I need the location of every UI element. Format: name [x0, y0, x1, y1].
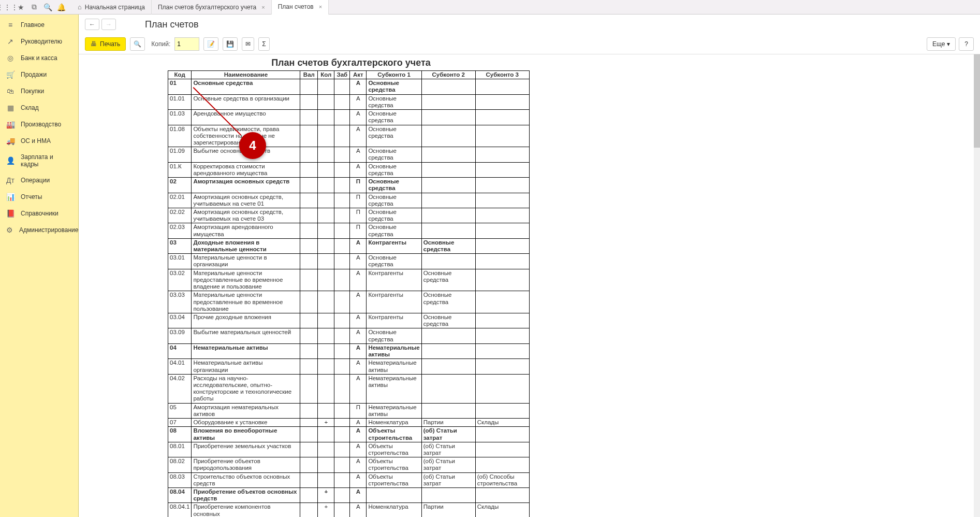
table-cell [318, 403, 334, 418]
table-cell [334, 457, 350, 472]
chevron-down-icon: ▾ [947, 40, 950, 48]
sidebar-icon: 👤 [6, 156, 14, 165]
table-cell: 08.02 [168, 457, 192, 472]
sidebar-item-5[interactable]: ▦Склад [0, 99, 78, 116]
table-cell [475, 403, 529, 418]
frames-icon[interactable]: ⧉ [30, 3, 38, 11]
sum-button[interactable]: Σ [258, 37, 269, 51]
sidebar-item-0[interactable]: ≡Главное [0, 17, 78, 33]
sidebar-item-4[interactable]: 🛍Покупки [0, 83, 78, 99]
table-cell [300, 503, 318, 517]
sidebar-item-6[interactable]: 🏭Производство [0, 116, 78, 133]
table-cell [300, 269, 318, 291]
save-button[interactable]: 💾 [223, 37, 238, 51]
table-cell: 01.03 [168, 110, 192, 125]
table-cell: Объекты строительства [367, 457, 421, 472]
back-button[interactable]: ← [85, 19, 99, 30]
table-cell: А [350, 313, 367, 328]
sidebar-item-10[interactable]: 📊Отчеты [0, 189, 78, 205]
table-cell [475, 223, 529, 238]
table-row[interactable]: 08.02Приобретение объектов природопользо… [168, 457, 530, 472]
table-cell [475, 343, 529, 358]
table-cell [475, 457, 529, 472]
table-row[interactable]: 02.03Амортизация арендованного имущества… [168, 223, 530, 238]
tab-0[interactable]: ⌂Начальная страница [75, 0, 152, 15]
help-button[interactable]: ? [959, 37, 974, 51]
print-button[interactable]: 🖶 Печать [85, 37, 126, 51]
table-row[interactable]: 02Амортизация основных средствПОсновные … [168, 178, 530, 193]
close-icon[interactable]: × [319, 4, 322, 10]
table-row[interactable]: 02.01Амортизация основных средств, учиты… [168, 193, 530, 208]
sidebar-item-9[interactable]: ДтОперации [0, 172, 78, 189]
content: ← → План счетов 🖶 Печать 🔍 Копий: 📝 💾 ✉ … [79, 15, 980, 517]
table-cell [475, 442, 529, 457]
bell-icon[interactable]: 🔔 [57, 3, 65, 11]
table-row[interactable]: 03.03Материальные ценности предоставленн… [168, 291, 530, 313]
table-cell [334, 503, 350, 517]
table-cell: Объекты строительства [367, 472, 421, 487]
table-cell: А [350, 457, 367, 472]
document-area[interactable]: 4 План счетов бухгалтерского учета КодНа… [79, 54, 980, 517]
tab-2[interactable]: План счетов× [272, 0, 329, 15]
table-cell: 02.02 [168, 208, 192, 223]
table-row[interactable]: 07Оборудование к установке+АНоменклатура… [168, 419, 530, 427]
sidebar-item-1[interactable]: ↗Руководителю [0, 33, 78, 50]
table-row[interactable]: 03.09Выбытие материальных ценностейАОсно… [168, 328, 530, 343]
tab-1[interactable]: План счетов бухгалтерского учета× [152, 0, 272, 15]
table-body: 01Основные средстваАОсновные средства01.… [168, 79, 530, 517]
table-row[interactable]: 03.01Материальные ценности в организации… [168, 254, 530, 269]
table-row[interactable]: 02.02Амортизация основных средств, учиты… [168, 208, 530, 223]
table-cell [334, 193, 350, 208]
sidebar-item-7[interactable]: 🚚ОС и НМА [0, 133, 78, 149]
close-icon[interactable]: × [261, 4, 265, 10]
table-row[interactable]: 04Нематериальные активыАНематериальные а… [168, 343, 530, 358]
table-row[interactable]: 01.01Основные средства в организацииАОсн… [168, 94, 530, 109]
table-cell [318, 457, 334, 472]
mail-button[interactable]: ✉ [242, 37, 254, 51]
table-row[interactable]: 08Вложения во внеоборотные активыАОбъект… [168, 427, 530, 442]
table-row[interactable]: 01.09Выбытие основных средствАОсновные с… [168, 147, 530, 162]
table-cell [334, 427, 350, 442]
table-row[interactable]: 05Амортизация нематериальных активовПНем… [168, 403, 530, 418]
table-cell [475, 79, 529, 94]
table-cell: А [350, 125, 367, 147]
table-cell [421, 162, 475, 177]
sidebar-item-3[interactable]: 🛒Продажи [0, 66, 78, 83]
table-cell: Номенклатура [367, 503, 421, 517]
table-cell [334, 291, 350, 313]
sidebar-item-12[interactable]: ⚙Администрирование [0, 222, 78, 238]
table-row[interactable]: 08.04.1Приобретение компонентов основных… [168, 503, 530, 517]
copies-input[interactable] [174, 37, 199, 51]
table-cell: 01.К [168, 162, 192, 177]
table-row[interactable]: 03Доходные вложения в материальные ценно… [168, 238, 530, 253]
sidebar-label: Склад [21, 104, 39, 111]
table-row[interactable]: 04.01Нематериальные активы организацииАН… [168, 359, 530, 374]
table-row[interactable]: 01.08Объекты недвижимости, права собстве… [168, 125, 530, 147]
vertical-scrollbar[interactable] [974, 54, 980, 517]
scroll-thumb[interactable] [974, 54, 980, 148]
table-cell [318, 223, 334, 238]
table-row[interactable]: 01Основные средстваАОсновные средства [168, 79, 530, 94]
sidebar-item-11[interactable]: 📕Справочники [0, 205, 78, 222]
edit-button[interactable]: 📝 [203, 37, 218, 51]
table-cell: 01.01 [168, 94, 192, 109]
apps-icon[interactable]: ⋮⋮⋮ [3, 3, 11, 11]
table-row[interactable]: 01.ККорректировка стоимости арендованног… [168, 162, 530, 177]
sidebar-icon: 🛒 [6, 70, 14, 79]
nav-buttons: ← → [85, 19, 116, 30]
table-cell: Приобретение земельных участков [192, 442, 300, 457]
table-row[interactable]: 08.01Приобретение земельных участковАОбъ… [168, 442, 530, 457]
table-row[interactable]: 08.03Строительство объектов основных сре… [168, 472, 530, 487]
table-row[interactable]: 03.02Материальные ценности предоставленн… [168, 269, 530, 291]
table-row[interactable]: 08.04Приобретение объектов основных сред… [168, 488, 530, 503]
table-cell [334, 419, 350, 427]
search-icon[interactable]: 🔍 [43, 3, 52, 11]
sidebar-item-8[interactable]: 👤Зарплата и кадры [0, 149, 78, 172]
preview-button[interactable]: 🔍 [130, 37, 145, 51]
more-button[interactable]: Еще ▾ [927, 37, 956, 51]
table-row[interactable]: 03.04Прочие доходные вложенияАКонтрагент… [168, 313, 530, 328]
sidebar-item-2[interactable]: ◎Банк и касса [0, 50, 78, 66]
table-row[interactable]: 04.02Расходы на научно-исследовательские… [168, 374, 530, 403]
star-icon[interactable]: ★ [17, 3, 25, 11]
sidebar-icon: ≡ [6, 21, 14, 29]
